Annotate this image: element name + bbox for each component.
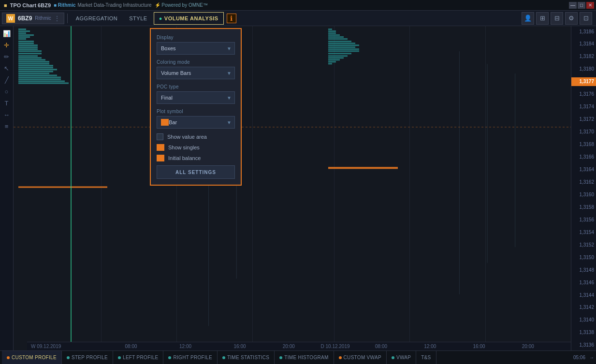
volume-analysis-tab[interactable]: ● ● VOLUME ANALYSIS VOLUME ANALYSIS	[154, 12, 224, 25]
time-label-2000-1: 20:00	[283, 344, 295, 349]
window-controls: — □ ✕	[569, 2, 594, 9]
show-value-area-checkbox[interactable]	[157, 133, 163, 140]
bottom-tab-ts[interactable]: T&S	[416, 351, 436, 364]
sidebar-line-icon[interactable]: ╱	[1, 74, 12, 85]
price-1156: 1,3156	[571, 215, 596, 224]
bottom-tab-time-histogram[interactable]: TIME HISTOGRAM	[275, 351, 334, 364]
price-1160: 1,3160	[571, 190, 596, 199]
user-icon-btn[interactable]: 👤	[522, 12, 534, 25]
price-1174: 1,3174	[571, 102, 596, 111]
bottom-tab-custom-profile[interactable]: CUSTOM PROFILE	[2, 351, 62, 364]
symbol-name: 6BZ9	[18, 15, 32, 22]
info-icon[interactable]: ℹ	[227, 14, 236, 23]
chart-area: ↖ 1,3186 1,3184 1,3182 1,3180 1,3177 1,3…	[14, 26, 596, 350]
initial-balance-label: Initial balance	[168, 155, 201, 161]
poc-arrow-icon: ▼	[227, 95, 232, 101]
bottom-tab-right-profile[interactable]: RIGHT PROFILE	[163, 351, 217, 364]
time-display: 05:06	[573, 355, 585, 360]
time-label-1200-1: 12:00	[179, 344, 191, 349]
symbol-icon: W	[6, 14, 15, 23]
bottom-bar: CUSTOM PROFILE STEP PROFILE LEFT PROFILE…	[0, 350, 596, 364]
vol-dot: ●	[159, 15, 162, 21]
plot-color-swatch[interactable]	[161, 119, 169, 126]
main-toolbar: W 6BZ9 Rithmic ⋮ AGGREGATION STYLE ● ● V…	[0, 11, 596, 26]
price-1148: 1,3148	[571, 265, 596, 274]
toolbar-right-icons: 👤 ⊞ ⊟ ⚙ ⊡	[522, 12, 592, 25]
show-singles-label: Show singles	[168, 145, 200, 150]
expand-icon-btn[interactable]: ⊡	[580, 12, 592, 25]
price-1184: 1,3184	[571, 40, 596, 48]
sidebar-measure-icon[interactable]: ↔	[1, 109, 12, 120]
show-value-area-row: Show value area	[157, 133, 235, 140]
price-1170: 1,3170	[571, 128, 596, 136]
date-bar: W 09.12.2019 08:00 12:00 16:00 20:00 D 1…	[27, 342, 571, 350]
sidebar-draw-icon[interactable]: ✏	[1, 51, 12, 62]
title-bar: ■ TPO Chart 6BZ9 ■ Rithmic Market Data-T…	[0, 0, 596, 11]
bottom-tab-left-profile[interactable]: LEFT PROFILE	[113, 351, 163, 364]
rithmic-label: ■ Rithmic	[54, 2, 76, 8]
market-data-text: Market Data-Trading Infrastructure	[78, 2, 152, 8]
layout-icon-btn[interactable]: ⊞	[536, 12, 549, 25]
aggregation-tab[interactable]: AGGREGATION	[71, 12, 123, 25]
initial-balance-swatch[interactable]	[157, 155, 164, 161]
symbol-menu-icon[interactable]: ⋮	[54, 15, 60, 22]
show-singles-row: Show singles	[157, 144, 235, 151]
show-value-area-label: Show value area	[167, 134, 207, 140]
bottom-tab-custom-vwap[interactable]: CUSTOM VWAP	[334, 351, 387, 364]
minimize-button[interactable]: —	[569, 2, 577, 9]
symbol-box[interactable]: W 6BZ9 Rithmic ⋮	[2, 13, 64, 24]
maximize-button[interactable]: □	[578, 2, 585, 9]
toolbar-separator-1	[67, 14, 68, 23]
coloring-select[interactable]: Volume Bars ▼	[157, 67, 235, 79]
time-label-1600-1: 16:00	[234, 344, 246, 349]
price-1140: 1,3140	[571, 316, 596, 324]
step-profile-dot	[67, 356, 70, 359]
price-1146: 1,3146	[571, 278, 596, 287]
vwap-dot	[392, 356, 394, 359]
style-tab[interactable]: STYLE	[124, 12, 152, 25]
poc-select[interactable]: Final ▼	[157, 91, 235, 104]
sidebar-menu-icon[interactable]: ≡	[1, 121, 12, 131]
content-area: 📊 ✛ ✏ ↖ ╱ ○ T ↔ ≡	[0, 26, 596, 350]
display-label: Display	[157, 35, 235, 40]
settings-icon-btn[interactable]: ⚙	[565, 12, 578, 25]
app-title: TPO Chart 6BZ9	[10, 2, 51, 8]
price-1150: 1,3150	[571, 253, 596, 262]
price-1182: 1,3182	[571, 52, 596, 61]
price-1172: 1,3172	[571, 115, 596, 124]
symbol-source: Rithmic	[35, 15, 51, 21]
sidebar-circle-icon[interactable]: ○	[1, 86, 12, 97]
compare-icon-btn[interactable]: ⊟	[551, 12, 563, 25]
price-chart-svg	[14, 26, 571, 342]
time-label-0800-1: 08:00	[125, 344, 137, 349]
plot-arrow-icon: ▼	[227, 120, 232, 125]
initial-balance-row: Initial balance	[157, 155, 235, 161]
left-sidebar: 📊 ✛ ✏ ↖ ╱ ○ T ↔ ≡	[0, 26, 14, 350]
sidebar-arrow-icon[interactable]: ↖	[1, 63, 12, 73]
sidebar-chart-icon[interactable]: 📊	[1, 28, 12, 39]
price-1142: 1,3142	[571, 303, 596, 312]
bottom-right-time: 05:06 →	[573, 355, 594, 360]
time-label-1200-2: 12:00	[424, 344, 436, 349]
show-singles-swatch[interactable]	[157, 144, 164, 151]
bottom-tab-time-statistics[interactable]: TIME STATISTICS	[218, 351, 275, 364]
close-button[interactable]: ✕	[586, 2, 594, 9]
sidebar-text-icon[interactable]: T	[1, 98, 12, 108]
display-select[interactable]: Boxes ▼	[157, 42, 235, 55]
custom-vwap-dot	[339, 356, 342, 359]
plot-label: Plot symbol	[157, 109, 235, 114]
sidebar-cursor-icon[interactable]: ✛	[1, 40, 12, 50]
price-1158: 1,3158	[571, 203, 596, 211]
time-statistics-dot	[222, 356, 225, 359]
plot-select[interactable]: Bar ▼	[157, 116, 235, 129]
coloring-arrow-icon: ▼	[227, 71, 232, 76]
all-settings-button[interactable]: ALL SETTINGS	[157, 165, 235, 179]
left-profile-dot	[118, 356, 121, 359]
settings-popup: Display Boxes ▼ Coloring mode Volume Bar…	[150, 28, 242, 186]
date-label-1: W 09.12.2019	[31, 344, 61, 349]
price-1176: 1,3176	[571, 90, 596, 99]
bottom-tab-vwap[interactable]: VWAP	[387, 351, 416, 364]
bottom-tab-step-profile[interactable]: STEP PROFILE	[62, 351, 113, 364]
time-label-2000-2: 20:00	[522, 344, 534, 349]
time-histogram-dot	[279, 356, 282, 359]
